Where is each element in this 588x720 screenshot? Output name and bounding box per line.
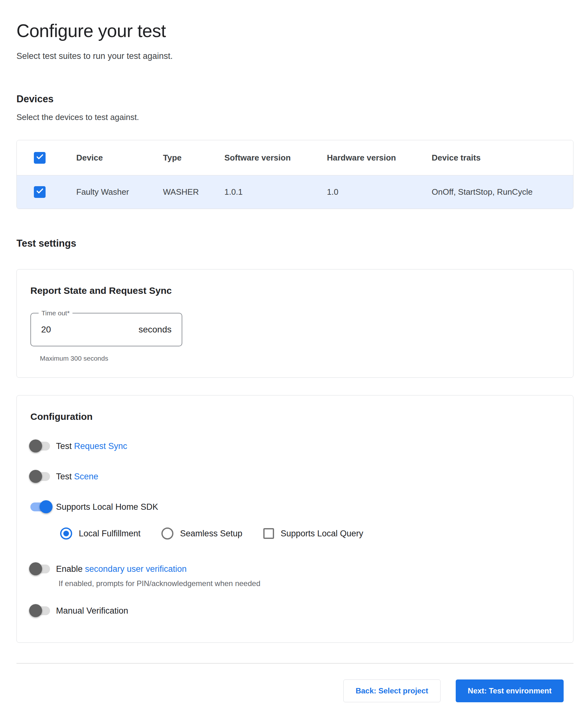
check-icon (36, 187, 44, 197)
configuration-card-title: Configuration (30, 411, 558, 423)
select-all-cell (17, 152, 76, 164)
cell-software-version: 1.0.1 (224, 187, 327, 197)
main-content: Configure your test Select test suites t… (0, 0, 588, 720)
back-select-project-button[interactable]: Back: Select project (343, 679, 441, 702)
toggle-supports-local-home-sdk[interactable] (30, 502, 51, 512)
device-table-header: Device Type Software version Hardware ve… (17, 140, 573, 176)
toggle-label-manual-verification: Manual Verification (56, 606, 128, 616)
column-header-device-traits: Device traits (432, 153, 573, 163)
cell-device-type: WASHER (163, 187, 224, 197)
column-header-software-version: Software version (224, 153, 327, 163)
footer-actions: Back: Select project Next: Test environm… (17, 679, 573, 702)
test-settings-heading: Test settings (17, 238, 573, 249)
report-state-card: Report State and Request Sync Time out* … (17, 269, 573, 378)
secondary-verification-helper-text: If enabled, prompts for PIN/acknowledgem… (59, 579, 558, 588)
page-subtitle: Select test suites to run your test agai… (17, 51, 573, 61)
devices-heading: Devices (17, 93, 573, 105)
checkbox-unchecked-icon[interactable] (263, 528, 274, 539)
column-header-type: Type (163, 153, 224, 163)
row-checkbox[interactable] (34, 186, 46, 198)
column-header-device: Device (76, 153, 163, 163)
toggle-knob (40, 500, 52, 513)
local-home-options-row: Local Fulfillment Seamless Setup Support… (60, 523, 558, 543)
footer-divider (17, 663, 573, 664)
checkbox-label-supports-local-query: Supports Local Query (281, 529, 363, 539)
scene-link[interactable]: Scene (74, 472, 99, 481)
configure-test-page: Configure your test Select test suites t… (0, 0, 588, 720)
label-prefix: Enable (56, 564, 85, 574)
devices-description: Select the devices to test against. (17, 112, 573, 122)
toggle-row-manual-verification: Manual Verification (30, 601, 558, 620)
next-test-environment-button[interactable]: Next: Test environment (456, 679, 564, 702)
cell-device-name: Faulty Washer (76, 187, 163, 197)
toggle-row-supports-local-home-sdk: Supports Local Home SDK (30, 497, 558, 516)
toggle-row-secondary-user-verification: Enable secondary user verification (30, 559, 558, 578)
toggle-label-test-request-sync: Test Request Sync (56, 441, 127, 451)
configuration-card: Configuration Test Request Sync Test Sce… (17, 395, 573, 643)
timeout-input[interactable] (41, 325, 104, 335)
radio-selected-icon[interactable] (60, 528, 72, 539)
check-icon (36, 152, 44, 163)
radio-option-local-fulfillment[interactable]: Local Fulfillment (60, 528, 141, 539)
toggle-secondary-user-verification[interactable] (30, 564, 51, 574)
toggle-test-request-sync[interactable] (30, 441, 51, 451)
label-prefix: Test (56, 441, 74, 451)
toggle-knob (29, 604, 42, 617)
row-checkbox-cell (17, 186, 76, 198)
radio-label-local-fulfillment: Local Fulfillment (79, 529, 141, 539)
toggle-row-test-scene: Test Scene (30, 467, 558, 486)
label-prefix: Test (56, 472, 74, 481)
toggle-knob (29, 562, 42, 575)
table-row[interactable]: Faulty Washer WASHER 1.0.1 1.0 OnOff, St… (17, 176, 573, 209)
toggle-row-test-request-sync: Test Request Sync (30, 437, 558, 456)
toggle-label-test-scene: Test Scene (56, 472, 99, 481)
radio-unselected-icon[interactable] (162, 528, 173, 539)
radio-label-seamless-setup: Seamless Setup (180, 529, 243, 539)
request-sync-link[interactable]: Request Sync (74, 441, 127, 451)
timeout-unit-label: seconds (139, 325, 171, 335)
toggle-knob (29, 439, 42, 452)
checkbox-option-supports-local-query[interactable]: Supports Local Query (263, 528, 363, 539)
toggle-label-secondary-user-verification: Enable secondary user verification (56, 564, 187, 574)
timeout-field: Time out* seconds (30, 313, 182, 346)
toggle-label-supports-local-home-sdk: Supports Local Home SDK (56, 502, 158, 512)
secondary-user-verification-link[interactable]: secondary user verification (85, 564, 187, 574)
timeout-field-label: Time out* (39, 309, 72, 317)
device-table: Device Type Software version Hardware ve… (17, 140, 573, 209)
page-title: Configure your test (17, 20, 573, 42)
toggle-test-scene[interactable] (30, 472, 51, 481)
report-state-card-title: Report State and Request Sync (30, 285, 558, 296)
toggle-manual-verification[interactable] (30, 606, 51, 616)
timeout-helper-text: Maximum 300 seconds (40, 355, 558, 362)
column-header-hardware-version: Hardware version (327, 153, 432, 163)
radio-option-seamless-setup[interactable]: Seamless Setup (162, 528, 243, 539)
cell-hardware-version: 1.0 (327, 187, 432, 197)
cell-device-traits: OnOff, StartStop, RunCycle (432, 187, 573, 197)
select-all-checkbox[interactable] (34, 152, 46, 164)
toggle-knob (29, 470, 42, 483)
